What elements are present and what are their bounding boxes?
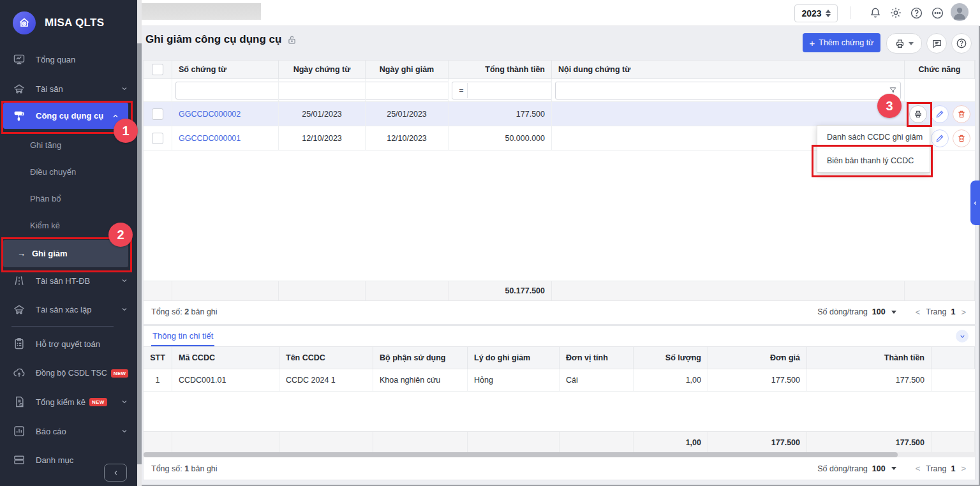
sidebar-item-phan-bo[interactable]: Phân bổ [0, 185, 137, 212]
new-badge: NEW [111, 369, 129, 378]
equals-operator[interactable]: = [456, 83, 468, 98]
sidebar-item-bao-cao[interactable]: Báo cáo [0, 417, 137, 445]
voucher-link[interactable]: GGCCDC000002 [172, 102, 279, 126]
pagination: Số dòng/trang 100 < Trang 1 > [817, 307, 967, 317]
chevron-down-icon[interactable] [891, 467, 896, 470]
sidebar-item-tai-san-xac-lap[interactable]: Tài sản xác lập [0, 295, 137, 323]
col-ngay-ghi-giam[interactable]: Ngày ghi giảm [366, 61, 449, 78]
row-delete-button[interactable] [953, 129, 970, 147]
clipboard-icon [13, 337, 26, 350]
table-row[interactable]: GGCCDC000002 25/01/2023 25/01/2023 177.5… [144, 102, 975, 126]
add-voucher-button[interactable]: + Thêm chứng từ [803, 33, 880, 52]
rows-per-page-label: Số dòng/trang [817, 464, 868, 473]
page-title-text: Ghi giảm công cụ dụng cụ [145, 33, 281, 46]
detail-ma: CCDC001.01 [172, 369, 279, 391]
road-icon [13, 274, 26, 287]
sidebar-item-label: Ghi tăng [30, 140, 61, 150]
print-dropdown-button[interactable] [886, 33, 922, 54]
row-edit-button[interactable] [931, 129, 949, 147]
detail-tabbar: Thông tin chi tiết [144, 326, 975, 347]
col-thanh-tien[interactable]: Thành tiền [807, 347, 932, 369]
col-stt[interactable]: STT [144, 347, 172, 369]
totals-empty [552, 281, 905, 300]
bell-icon[interactable] [868, 5, 883, 20]
chevron-up-icon [112, 112, 119, 120]
menu-item-bien-ban-thanh-ly[interactable]: Biên bản thanh lý CCDC [817, 149, 930, 172]
rows-per-page-value[interactable]: 100 [872, 307, 886, 316]
help-icon[interactable] [909, 5, 924, 20]
tab-thong-tin-chi-tiet[interactable]: Thông tin chi tiết [151, 326, 214, 346]
col-don-vi-tinh[interactable]: Đơn vị tính [560, 347, 634, 369]
topbar: 2023 [142, 0, 980, 26]
sidebar-item-tai-san[interactable]: Tài sản [0, 75, 137, 103]
prev-page-button[interactable]: < [914, 307, 922, 317]
print-context-menu: Danh sách CCDC ghi giảm Biên bản thanh l… [817, 125, 930, 173]
detail-collapse-button[interactable] [956, 330, 969, 342]
row-checkbox[interactable] [152, 108, 163, 120]
sidebar-item-tai-san-ht-db[interactable]: Tài sản HT-ĐB [0, 267, 137, 295]
row-print-button[interactable] [909, 105, 927, 123]
next-page-button[interactable]: > [960, 464, 967, 473]
horizontal-scrollbar-thumb[interactable] [144, 452, 898, 457]
prev-page-button[interactable]: < [914, 464, 922, 473]
feedback-button[interactable] [926, 33, 947, 54]
filter-so-chung-tu-cell [172, 79, 279, 101]
totals-empty [560, 432, 634, 453]
totals-empty [279, 432, 373, 453]
detail-row[interactable]: 1 CCDC001.01 CCDC 2024 1 Khoa nghiên cứu… [144, 369, 975, 392]
sidebar-scrollbar-thumb[interactable] [137, 43, 142, 464]
help-round-button[interactable] [951, 33, 972, 54]
avatar[interactable] [951, 3, 969, 21]
voucher-link[interactable]: GGCCDC000001 [172, 126, 279, 150]
table-header-row: Số chứng từ Ngày chứng từ Ngày ghi giảm … [144, 61, 975, 79]
col-ma-ccdc[interactable]: Mã CCDC [172, 347, 279, 369]
detail-dongia: 177.500 [708, 369, 807, 391]
next-page-button[interactable]: > [960, 307, 967, 317]
sidebar-collapse-button[interactable] [104, 464, 127, 482]
gear-icon[interactable] [888, 5, 903, 20]
totals-empty [144, 432, 172, 453]
row-edit-button[interactable] [931, 105, 949, 123]
sidebar-item-cong-cu-dung-cu[interactable]: Công cụ dụng cụ [3, 103, 128, 129]
row-delete-button[interactable] [953, 105, 970, 123]
filter-so-chung-tu-input[interactable] [179, 84, 279, 98]
sidebar-item-tong-kiem-ke[interactable]: Tổng kiểm kê NEW [0, 388, 137, 416]
sidebar-item-dong-bo-csdl-tsc[interactable]: Đồng bộ CSDL TSC NEW [0, 359, 137, 387]
lock-open-icon[interactable] [286, 34, 297, 45]
col-don-gia[interactable]: Đơn giá [708, 347, 807, 369]
sidebar-item-tong-quan[interactable]: Tổng quan [0, 45, 137, 73]
row-checkbox[interactable] [152, 133, 163, 144]
sidebar-item-ho-tro-quyet-toan[interactable]: Hỗ trợ quyết toán [0, 330, 137, 358]
page-number[interactable]: 1 [951, 464, 955, 473]
fiscal-year-selector[interactable]: 2023 [794, 4, 838, 22]
col-ngay-chung-tu[interactable]: Ngày chứng từ [279, 61, 366, 78]
col-so-chung-tu[interactable]: Số chứng từ [172, 61, 279, 78]
year-spinner-icon[interactable] [826, 10, 831, 17]
chevron-down-icon [121, 85, 128, 92]
col-tong-thanh-tien[interactable]: Tổng thành tiền [449, 61, 552, 78]
sidebar-item-label: Công cụ dụng cụ [36, 111, 103, 121]
sidebar-item-dieu-chuyen[interactable]: Điều chuyển [0, 158, 137, 185]
filter-tong-thanh-tien-input[interactable] [471, 84, 552, 98]
totals-empty [905, 281, 975, 300]
sidebar-item-ghi-giam[interactable]: → Ghi giảm [3, 240, 128, 267]
rows-per-page-value[interactable]: 100 [872, 464, 886, 473]
chevron-down-icon [121, 398, 128, 406]
select-all-checkbox[interactable] [152, 64, 163, 75]
record-count-value: 1 [184, 464, 189, 473]
filter-ngay-chung-tu-input[interactable] [279, 84, 362, 98]
col-bo-phan[interactable]: Bộ phận sử dụng [373, 347, 468, 369]
page-number[interactable]: 1 [951, 307, 955, 316]
more-icon[interactable] [930, 5, 945, 20]
col-noi-dung[interactable]: Nội dung chứng từ [552, 61, 905, 78]
col-ly-do[interactable]: Lý do ghi giảm [468, 347, 560, 369]
horizontal-scrollbar-track[interactable] [144, 452, 975, 457]
col-ten-ccdc[interactable]: Tên CCDC [279, 347, 373, 369]
menu-item-danh-sach-ccdc[interactable]: Danh sách CCDC ghi giảm [817, 126, 930, 149]
col-so-luong[interactable]: Số lượng [634, 347, 708, 369]
filter-ngay-ghi-giam-input[interactable] [366, 84, 447, 98]
chevron-down-icon[interactable] [891, 311, 896, 314]
detail-stt: 1 [144, 369, 172, 391]
right-panel-toggle[interactable] [970, 180, 980, 225]
filter-noi-dung-input[interactable] [559, 84, 886, 98]
